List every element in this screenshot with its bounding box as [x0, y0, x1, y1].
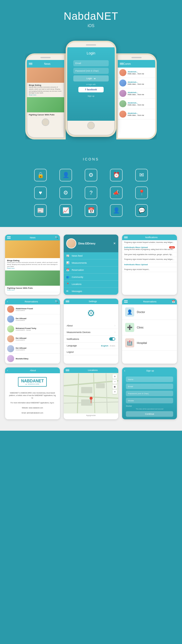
drawer-reservation-label: Reservation — [72, 269, 84, 271]
settings-about[interactable]: About › — [64, 322, 119, 329]
reserv-name-3: Mohamed Fouad Turky — [16, 327, 58, 329]
phone-home-btn-center[interactable] — [87, 122, 95, 129]
login-or-text: or login with — [86, 84, 96, 85]
chat-icon: 💬 — [135, 204, 148, 217]
reserv-type-doctor[interactable]: 👤 Doctor — [122, 304, 177, 320]
map-hamburger[interactable] — [66, 369, 69, 371]
notifications-toggle[interactable] — [109, 337, 115, 341]
map-frame: Locations — [64, 367, 119, 419]
reserv-detail-5: 01023109870 — [16, 349, 58, 351]
read-more-1[interactable]: Read more — [29, 94, 62, 96]
drawer-item-community[interactable]: 👥 Community — [64, 274, 119, 281]
facebook-button-label: facebook — [87, 88, 97, 91]
lang-arabic[interactable]: Arabic — [110, 345, 116, 347]
svg-point-10 — [89, 397, 93, 400]
icons-row-1: 🔒 👤 ⚙ ⏰ ✉ — [34, 169, 148, 181]
svg-rect-8 — [96, 383, 105, 388]
news-cancer[interactable]: Fighting Cancer With Poliv Read more — [5, 286, 60, 292]
about-email[interactable]: Email: admin@nabdanet.com — [5, 410, 60, 416]
comm-avatar-2 — [119, 79, 126, 87]
notif-item-5[interactable]: Individuals Mass Upload — [122, 262, 177, 267]
news-binge-eating[interactable]: Binge Eating Eating often involves exces… — [5, 258, 60, 271]
map-header: Locations — [64, 367, 119, 373]
comm-title: Comm — [123, 63, 131, 65]
lang-english[interactable]: English — [101, 345, 108, 347]
reserv-type-body: 👤 Doctor ➕ Clinic 🏥 Hospital — [122, 304, 177, 351]
reserv-type-clinic[interactable]: ➕ Clinic — [122, 320, 177, 335]
reserv-search-icon[interactable]: 🔍 — [55, 300, 58, 303]
map-view[interactable]: + − ◉ ≡ — [64, 373, 119, 413]
signup-continue-button[interactable]: Continue — [126, 411, 173, 417]
comm-item-2: Abdelrah...Hello dear... from me — [118, 78, 155, 88]
reserv-item-1[interactable]: Abdelrhman Fouad 01023109870 — [5, 304, 60, 314]
news-search-icon[interactable]: 🔍 — [55, 236, 58, 239]
settings-language[interactable]: Language English Arabic — [64, 343, 119, 349]
about-logo: NABDANET ▲ NABDACARE — [5, 373, 60, 390]
phone-home-btn-left[interactable] — [42, 118, 49, 126]
reservations-type-frame: Reservations 📅 👤 Doctor ➕ Clinic 🏥 Hospi… — [122, 299, 177, 364]
settings-logout[interactable]: Logout — [64, 349, 119, 355]
location-icon: 📍 — [135, 186, 148, 199]
icons-row-2: ♥ ⚙ ? 📣 📍 — [34, 186, 148, 199]
read-more-cancer[interactable]: Read more — [7, 289, 58, 291]
notif-item-3[interactable]: Dark green leafy vegetables like molokhe… — [122, 252, 177, 257]
drawer-close-button[interactable]: ✕ — [113, 242, 116, 245]
signup-link[interactable]: Sign up — [87, 95, 94, 97]
drawer-item-measurements[interactable]: 📊 Measurements — [64, 259, 119, 266]
signup-password-placeholder: Password (min 6 Char) — [128, 392, 149, 395]
map-zoom-in[interactable]: + — [112, 374, 117, 379]
settings-lang-label: Language — [67, 344, 101, 347]
reserv-type-hospital[interactable]: 🏥 Hospital — [122, 335, 177, 351]
map-zoom-out[interactable]: − — [112, 379, 117, 384]
signup-name-placeholder: Name — [128, 378, 133, 381]
map-list-btn[interactable]: ≡ — [112, 389, 117, 394]
signup-mobile-input[interactable]: Mobile — [126, 398, 173, 403]
comm-content: Abdelrah...Hello dear... from me Abdelra… — [118, 68, 155, 138]
reserv-item-6[interactable]: Mustafa Elbey — [5, 354, 60, 364]
map-location-btn[interactable]: ◉ — [112, 384, 117, 389]
read-more-binge[interactable]: Read more — [7, 267, 58, 269]
map-controls: + − ◉ ≡ — [112, 374, 117, 394]
signup-password-input[interactable]: Password (min 6 Char) — [126, 391, 173, 396]
settings-gear-icon: ⚙ — [64, 304, 119, 322]
notif-item-1[interactable]: Pregnancy signs include frequent urinati… — [122, 240, 177, 245]
reserv-item-4[interactable]: Der Alfouad 01023109870 — [5, 334, 60, 344]
reserv-item-2[interactable]: Der Alfouad 01023109870 — [5, 314, 60, 324]
lock-icon: 🔒 — [34, 169, 47, 181]
binge-eating-title: Binge Eating — [7, 259, 58, 262]
nabda-logo-sub: ▲ NABDACARE — [21, 383, 44, 385]
about-website[interactable]: Website: www.nabdanet.com — [5, 405, 60, 410]
login-password-input[interactable]: Password (min 6 Char) — [73, 68, 109, 74]
login-button[interactable]: Login ➜ — [73, 75, 109, 81]
notif-hamburger[interactable] — [124, 236, 128, 239]
reserv-type-hamburger[interactable] — [124, 300, 128, 303]
signup-email-input[interactable]: Email — [126, 384, 173, 389]
reserv-item-3[interactable]: Mohamed Fouad Turky 01023109870 - Dental — [5, 324, 60, 334]
reserv-item-5[interactable]: Der Alfouad 01023109870 — [5, 344, 60, 354]
news-hamburger[interactable] — [7, 236, 11, 239]
screens-grid-row3: ‹ About NABDANET ▲ NABDACARE NABDANET is… — [5, 367, 177, 419]
login-email-placeholder: Email — [75, 62, 81, 65]
icons-section: ICONS 🔒 👤 ⚙ ⏰ ✉ ♥ ⚙ ? 📣 📍 📰 📈 📅 👤 💬 — [0, 150, 182, 227]
drawer-item-newsfeed[interactable]: 📰 News feed — [64, 252, 119, 259]
drawer-item-locations[interactable]: 📍 Locations — [64, 281, 119, 288]
notif-header-title: Notifications — [128, 236, 175, 239]
notif-text-2: During the first weeks of pregnancy, eat… — [124, 248, 175, 251]
settings-frame: Settings ⚙ About › Measurements Devices … — [64, 299, 119, 364]
settings-notifications[interactable]: Notifications — [64, 336, 119, 343]
settings-header-title: Settings — [69, 300, 117, 303]
notif-item-2[interactable]: new Individuals Mass Upload During the f… — [122, 245, 177, 252]
notif-item-4[interactable]: Pregnancy signs include frequent urinati… — [122, 257, 177, 262]
phone-right: Comm Abdelrah...Hello dear... from me Ab… — [116, 53, 157, 139]
facebook-login-button[interactable]: f facebook — [78, 87, 104, 92]
mail-icon: ✉ — [135, 169, 148, 181]
settings-hamburger[interactable] — [66, 300, 69, 303]
reserv-list-title: Reservations — [8, 300, 55, 303]
settings-devices[interactable]: Measurements Devices › — [64, 329, 119, 336]
signup-name-input[interactable]: Name — [126, 377, 173, 382]
notif-item-6[interactable]: Pregnancy signs include frequent... — [122, 267, 177, 272]
login-email-input[interactable]: Email — [73, 60, 109, 66]
reserv-avatar-6 — [7, 355, 14, 362]
drawer-item-messages[interactable]: ✉ Messages — [64, 288, 119, 295]
drawer-item-reservation[interactable]: 📅 Reservation — [64, 266, 119, 274]
